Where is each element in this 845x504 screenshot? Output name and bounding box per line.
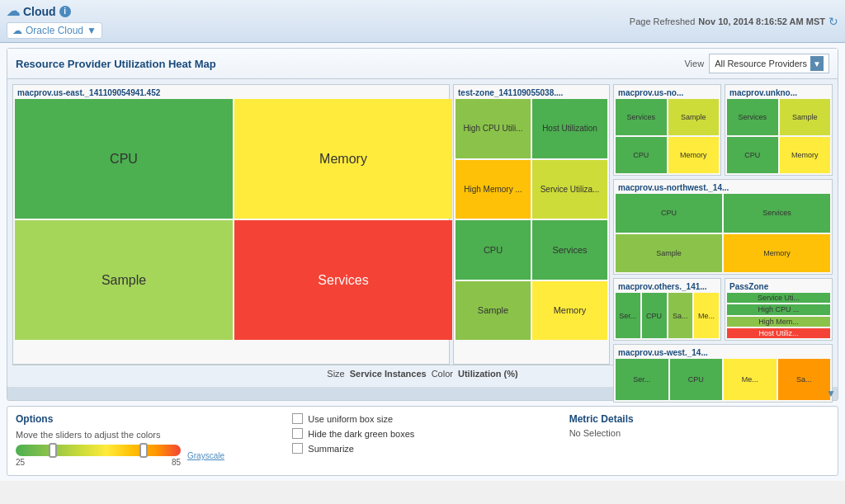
unkno-cpu[interactable]: CPU <box>727 137 778 173</box>
nw-memory[interactable]: Memory <box>724 234 830 273</box>
view-dropdown[interactable]: All Resource Providers ▼ <box>709 54 829 73</box>
west-ser[interactable]: Ser... <box>616 359 668 400</box>
provider-west: macprov.us-west._14... Ser... CPU Me... … <box>613 344 833 403</box>
oracle-cloud-selector[interactable]: ☁ Oracle Cloud ▼ <box>7 22 102 39</box>
checkbox-uniform-label: Use uniform box size <box>308 414 393 424</box>
provider-west-title: macprov.us-west._14... <box>616 346 830 359</box>
color-value: Utilization (%) <box>458 369 518 379</box>
dropdown-arrow-icon[interactable]: ▼ <box>810 56 824 71</box>
options-title: Options <box>16 413 276 425</box>
color-label: Color <box>432 369 453 379</box>
test-sample-cell[interactable]: Sample <box>456 281 531 341</box>
info-icon[interactable]: i <box>59 6 71 17</box>
pz-service-util[interactable]: Service Uti... <box>727 293 830 303</box>
refresh-icon[interactable]: ↻ <box>828 15 838 28</box>
no-services[interactable]: Services <box>616 99 667 135</box>
slider-label: Move the sliders to adjust the colors <box>16 430 276 440</box>
unkno-services[interactable]: Services <box>727 99 778 135</box>
test-services-cell[interactable]: Services <box>532 220 607 280</box>
size-value: Service Instances <box>350 369 427 379</box>
west-me[interactable]: Me... <box>724 359 777 400</box>
provider-passzone-title: PassZone <box>727 280 830 293</box>
east-memory-cell[interactable]: Memory <box>234 99 452 219</box>
cloud-icon: ☁ <box>7 3 20 19</box>
refresh-label: Page Refreshed <box>630 16 696 26</box>
grayscale-btn[interactable]: Grayscale <box>187 451 224 460</box>
test-cell-4[interactable]: Service Utiliza... <box>532 160 607 219</box>
no-cpu[interactable]: CPU <box>616 137 667 173</box>
cloud-small-icon: ☁ <box>12 25 22 36</box>
slider-track <box>16 445 181 456</box>
provider-test: test-zone_141109055038.... High CPU Util… <box>453 84 610 365</box>
size-label: Size <box>327 369 344 379</box>
refresh-datetime: Nov 10, 2014 8:16:52 AM MST <box>698 16 825 26</box>
checkbox-darkgreen[interactable] <box>292 428 303 439</box>
slider-thumb-left[interactable] <box>49 443 57 458</box>
dropdown-chevron: ▼ <box>87 25 97 36</box>
view-value: All Resource Providers <box>715 59 807 68</box>
small-providers: macprov.us-no... Services Sample CPU Mem… <box>613 84 833 365</box>
provider-no: macprov.us-no... Services Sample CPU Mem… <box>613 84 721 176</box>
view-selector: View All Resource Providers ▼ <box>684 54 829 73</box>
small-providers-row-2: macprov.us-northwest._14... CPU Services… <box>613 179 833 275</box>
test-cell-1[interactable]: High CPU Utili... <box>456 99 531 158</box>
pz-high-cpu[interactable]: High CPU ... <box>727 304 830 314</box>
metric-title: Metric Details <box>569 413 829 425</box>
small-providers-row-3: macprov.others._141... Ser... CPU Sa... … <box>613 278 833 341</box>
no-memory[interactable]: Memory <box>668 137 720 173</box>
unkno-memory[interactable]: Memory <box>780 137 831 173</box>
metric-section: Metric Details No Selection <box>569 413 829 469</box>
scroll-down-icon[interactable]: ▼ <box>826 388 836 399</box>
app-header: ☁ Cloud i ☁ Oracle Cloud ▼ Page Refreshe… <box>0 0 845 43</box>
provider-northwest-title: macprov.us-northwest._14... <box>616 181 830 194</box>
east-services-cell[interactable]: Services <box>234 220 452 340</box>
others-sa[interactable]: Sa... <box>668 293 693 338</box>
pz-host-util[interactable]: Host Utiliz... <box>727 328 830 338</box>
east-sample-cell[interactable]: Sample <box>15 220 233 340</box>
slider-min: 25 <box>16 458 25 467</box>
pz-high-mem[interactable]: High Mem... <box>727 317 830 327</box>
nw-sample[interactable]: Sample <box>616 234 722 273</box>
checkbox-uniform[interactable] <box>292 413 303 424</box>
provider-others-title: macprov.others._141... <box>616 280 719 293</box>
checkbox-row-1: Use uniform box size <box>292 413 552 424</box>
unkno-sample[interactable]: Sample <box>780 99 831 135</box>
small-providers-row-1: macprov.us-no... Services Sample CPU Mem… <box>613 84 833 176</box>
test-cell-3[interactable]: High Memory ... <box>456 160 531 219</box>
nw-cpu[interactable]: CPU <box>616 194 722 233</box>
page-refresh-area: Page Refreshed Nov 10, 2014 8:16:52 AM M… <box>630 15 838 28</box>
provider-east-title: macprov.us-east._141109054941.452 <box>15 87 447 99</box>
oracle-cloud-label: Oracle Cloud <box>26 25 83 36</box>
checkbox-section: Use uniform box size Hide the dark green… <box>292 413 552 469</box>
small-providers-row-4: macprov.us-west._14... Ser... CPU Me... … <box>613 344 833 403</box>
checkbox-darkgreen-label: Hide the dark green boxes <box>308 429 414 439</box>
nw-services[interactable]: Services <box>724 194 830 233</box>
test-memory-cell[interactable]: Memory <box>532 281 607 341</box>
provider-no-title: macprov.us-no... <box>616 87 719 99</box>
slider-numbers: 25 85 <box>16 458 181 467</box>
checkbox-summarize-label: Summarize <box>308 444 354 454</box>
title-text: Cloud <box>23 5 56 18</box>
west-sa[interactable]: Sa... <box>778 359 831 400</box>
color-slider[interactable]: 25 85 <box>16 445 181 467</box>
options-section: Options Move the sliders to adjust the c… <box>16 413 276 469</box>
provider-northwest: macprov.us-northwest._14... CPU Services… <box>613 179 833 275</box>
provider-test-title: test-zone_141109055038.... <box>456 87 607 99</box>
others-me[interactable]: Me... <box>694 293 719 338</box>
heatmap-panel: Resource Provider Utilization Heat Map V… <box>7 48 838 401</box>
checkbox-summarize[interactable] <box>292 443 303 454</box>
main-content: Resource Provider Utilization Heat Map V… <box>0 43 845 481</box>
view-label: View <box>684 59 704 68</box>
heatmap-container: macprov.us-east._141109054941.452 CPU Me… <box>7 79 838 387</box>
others-cpu[interactable]: CPU <box>642 293 667 338</box>
east-cpu-cell[interactable]: CPU <box>15 99 233 219</box>
no-sample[interactable]: Sample <box>668 99 720 135</box>
panel-header: Resource Provider Utilization Heat Map V… <box>7 49 838 79</box>
test-cell-2[interactable]: Host Utilization <box>532 99 607 158</box>
app-title: ☁ Cloud i <box>7 3 102 19</box>
slider-thumb-right[interactable] <box>139 443 148 458</box>
others-ser[interactable]: Ser... <box>616 293 640 338</box>
test-cpu-cell[interactable]: CPU <box>456 220 531 280</box>
checkbox-row-2: Hide the dark green boxes <box>292 428 552 439</box>
west-cpu[interactable]: CPU <box>670 359 723 400</box>
